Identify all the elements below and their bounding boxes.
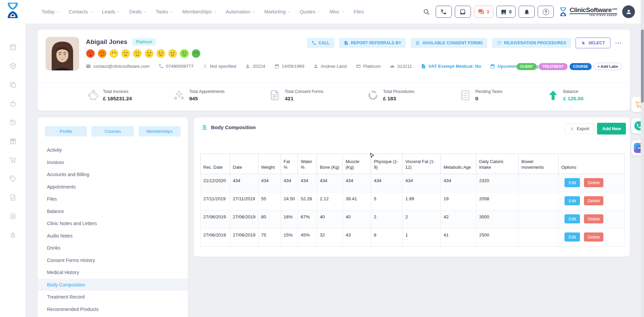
dialer-button[interactable]	[436, 6, 452, 18]
page-scrollbar[interactable]	[641, 0, 644, 317]
export-button[interactable]: Export	[565, 123, 594, 134]
mood-9-icon[interactable]	[180, 49, 189, 58]
label-pill-client[interactable]: CLIENT	[517, 63, 537, 70]
help-button[interactable]: ?	[538, 6, 554, 18]
sidebar-item-balance[interactable]: Balance	[38, 205, 188, 218]
chevron-down-icon	[317, 9, 320, 14]
gift-icon[interactable]	[0, 131, 25, 150]
mood-5-icon[interactable]	[133, 49, 142, 58]
report-referrals-by-button[interactable]: REPORT REFERRALS BY	[339, 38, 406, 48]
nav-item-tasks[interactable]: Tasks	[156, 9, 173, 14]
add-new-button[interactable]: Add New	[597, 123, 626, 135]
sidebar-item-treatment-record[interactable]: Treatment Record	[38, 291, 188, 303]
history-icon[interactable]	[0, 113, 25, 131]
person-outline-icon	[203, 64, 208, 69]
chevron-down-icon	[56, 9, 60, 14]
edit-button[interactable]: Edit	[565, 232, 580, 242]
clinicsoftware-hourglass-logo-icon[interactable]	[5, 2, 20, 19]
mood-1-icon[interactable]	[86, 49, 95, 58]
sidebar-item-clinic-notes-and-letters[interactable]: Clinic Notes and Letters	[38, 217, 188, 230]
sidebar-item-invoices[interactable]: Invoices	[38, 156, 188, 169]
delete-button[interactable]: Delete	[584, 232, 603, 242]
sidebar-item-appointments[interactable]: Appointments	[38, 181, 188, 193]
mood-10-icon[interactable]	[192, 49, 201, 58]
contact-item-phone-1[interactable]: 07490009777	[159, 64, 194, 69]
contact-item-envelope-0[interactable]: contact@clinicsoftware.com	[86, 64, 150, 69]
nav-item-today[interactable]: Today	[42, 9, 60, 14]
nav-item-marketing[interactable]: Marketing	[264, 9, 291, 14]
nav-item-leads[interactable]: Leads	[102, 9, 120, 14]
contact-text: 313211	[397, 64, 412, 69]
mood-rating-row	[86, 49, 201, 58]
select-button[interactable]: SELECT	[576, 38, 610, 48]
shop-button[interactable]: 0	[496, 6, 516, 18]
search-icon[interactable]	[423, 8, 430, 15]
tab-courses[interactable]: Courses	[92, 126, 133, 137]
nav-item-contacts[interactable]: Contacts	[69, 9, 93, 14]
label-pill-treatment[interactable]: TREATMENT	[539, 63, 568, 70]
table-cell: 32	[317, 228, 343, 247]
call-button[interactable]: CALL	[307, 38, 334, 48]
sidebar-item-recommended-products[interactable]: Recommended Products	[38, 303, 188, 316]
account-lock-icon[interactable]	[0, 207, 25, 225]
edit-button[interactable]: Edit	[565, 196, 580, 205]
edit-button[interactable]: Edit	[565, 214, 580, 223]
user-avatar[interactable]	[622, 5, 635, 18]
nav-item-memberships[interactable]: Memberships	[182, 9, 217, 14]
sidebar-item-activity[interactable]: Activity	[38, 144, 188, 156]
tab-profile[interactable]: Profile	[45, 126, 87, 137]
nav-item-files[interactable]: Files	[354, 9, 364, 14]
sidebar-item-medical-history[interactable]: Medical History	[38, 266, 188, 279]
report-icon[interactable]	[0, 188, 25, 207]
nav-item-automation[interactable]: Automation	[226, 9, 255, 14]
inbox-button[interactable]	[455, 6, 471, 18]
svg-text:12: 12	[12, 47, 14, 49]
delete-button[interactable]: Delete	[584, 196, 603, 205]
brand-logo[interactable]: ClinicSoftware.com TEN STEPS AHEAD	[559, 6, 617, 17]
package-icon[interactable]	[0, 56, 25, 75]
delete-button[interactable]: Delete	[584, 214, 603, 223]
delete-button[interactable]: Delete	[584, 178, 603, 187]
table-cell: 75	[258, 228, 281, 247]
add-label-button[interactable]: + Add Labe	[594, 63, 622, 70]
mood-6-icon[interactable]	[145, 49, 154, 58]
chat-button[interactable]: 3	[474, 6, 493, 18]
more-options-button[interactable]: •••	[615, 41, 622, 46]
price-tag-icon[interactable]	[0, 169, 25, 188]
client-photo[interactable]	[46, 37, 79, 70]
phone-icon	[159, 64, 164, 69]
notifications-button[interactable]	[519, 6, 535, 18]
label-pill-course[interactable]: COURSE	[570, 63, 592, 70]
mood-8-icon[interactable]	[168, 49, 177, 58]
contact-item-document-8[interactable]: VAT Exempt Medical: No	[421, 64, 481, 69]
mood-4-icon[interactable]	[121, 49, 130, 58]
table-cell: 42	[441, 210, 476, 228]
scrollbar-thumb[interactable]	[641, 30, 644, 103]
sidebar-item-files[interactable]: Files	[38, 193, 188, 205]
sidebar-item-consent-forms-history[interactable]: Consent Forms History	[38, 254, 188, 267]
cart-icon[interactable]	[0, 150, 25, 169]
available-consent-forms-button[interactable]: AVAILABLE CONSENT FORMS	[411, 38, 487, 48]
sidebar-item-audio-notes[interactable]: Audio Notes	[38, 230, 188, 242]
profile-menu-list: ActivityInvoicesAccounts and BillingAppo…	[38, 144, 188, 315]
table-cell: 52.28	[298, 192, 317, 210]
tab-memberships[interactable]: Memberships	[139, 126, 180, 137]
sidebar-item-drinks[interactable]: Drinks	[38, 242, 188, 254]
nav-item-deals[interactable]: Deals	[129, 9, 147, 14]
edit-button[interactable]: Edit	[565, 178, 580, 187]
hourglass-icon	[559, 6, 568, 17]
nav-item-misc[interactable]: Misc	[329, 9, 344, 14]
sidebar-item-accounts-and-billing[interactable]: Accounts and Billing	[38, 168, 188, 181]
options-cell: EditDelete	[558, 174, 625, 192]
mood-3-icon[interactable]	[109, 49, 118, 58]
copy-icon[interactable]	[0, 75, 25, 94]
mood-7-icon[interactable]	[156, 49, 165, 58]
sidebar-item-body-composition[interactable]: Body Composition	[38, 279, 188, 291]
lock-icon[interactable]	[0, 225, 25, 244]
calendar-date-icon[interactable]: 12	[0, 38, 25, 56]
mood-2-icon[interactable]	[98, 49, 107, 58]
stat-balance: Balance£ 126.00	[547, 89, 583, 102]
rejuvenation-procedures-button[interactable]: REJUVENATION PROCEDURES	[492, 38, 571, 48]
basket-icon[interactable]	[0, 94, 25, 113]
nav-item-quotes[interactable]: Quotes	[300, 9, 321, 14]
